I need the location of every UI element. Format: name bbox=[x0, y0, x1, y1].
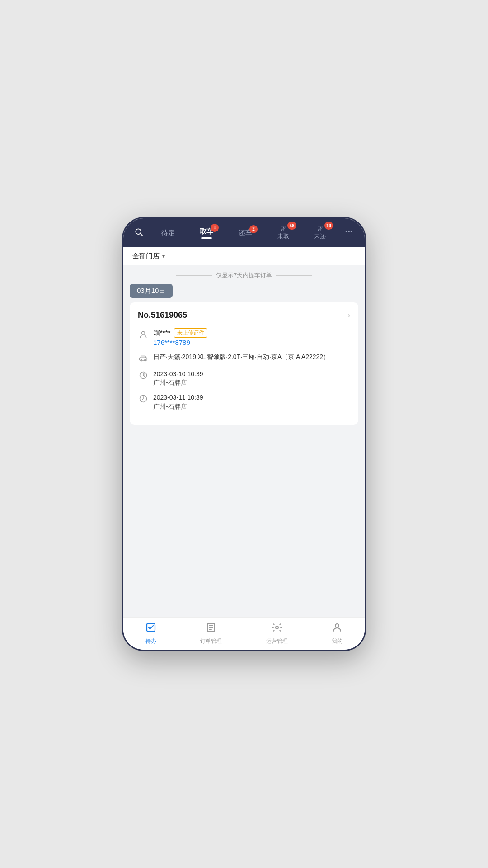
date-group: 03月10日 No.51619065 › bbox=[123, 284, 365, 431]
tab-overdue-pickup[interactable]: 58 超 未取 bbox=[274, 223, 293, 242]
car-info: 日产·天籁·2019·XL 智领版·2.0T·三厢·自动·京A（京 A A222… bbox=[153, 352, 350, 362]
tab-return[interactable]: 2 还车 bbox=[235, 227, 256, 239]
pickup-location: 广州-石牌店 bbox=[153, 379, 350, 387]
order-card-header: No.51619065 › bbox=[138, 311, 350, 320]
tab-pickup[interactable]: 1 取车 bbox=[196, 226, 217, 241]
content-area: 全部门店 ▾ 仅显示7天内提车订单 03月10日 No.51619065 › bbox=[123, 247, 365, 617]
svg-line-1 bbox=[141, 233, 143, 236]
customer-info: 霜**** 未上传证件 176****8789 bbox=[153, 328, 350, 346]
order-number: No.51619065 bbox=[138, 311, 187, 320]
svg-point-2 bbox=[348, 231, 349, 232]
notice-bar: 仅显示7天内提车订单 bbox=[123, 265, 365, 284]
date-badge: 03月10日 bbox=[130, 284, 173, 298]
me-icon bbox=[332, 622, 343, 636]
car-detail: 日产·天籁·2019·XL 智领版·2.0T·三厢·自动·京A（京 A A222… bbox=[153, 353, 329, 360]
me-label: 我的 bbox=[332, 637, 343, 645]
order-arrow-icon: › bbox=[348, 311, 350, 320]
tab-order-management[interactable]: 订单管理 bbox=[193, 619, 229, 648]
overdue-return-badge: 19 bbox=[324, 222, 333, 230]
tab-me[interactable]: 我的 bbox=[324, 619, 350, 648]
tab-pending[interactable]: 待定 bbox=[158, 227, 178, 239]
customer-phone[interactable]: 176****8789 bbox=[153, 339, 350, 346]
notice-text: 仅显示7天内提车订单 bbox=[216, 271, 272, 279]
todo-label: 待办 bbox=[145, 637, 156, 645]
customer-name: 霜**** bbox=[153, 329, 170, 337]
unverified-tag: 未上传证件 bbox=[174, 328, 207, 338]
bottom-tab-bar: 待办 订单管理 运营管理 bbox=[123, 617, 365, 650]
overdue-pickup-badge: 58 bbox=[287, 222, 296, 230]
todo-icon bbox=[145, 622, 156, 636]
return-badge: 2 bbox=[249, 225, 258, 233]
orders-label: 订单管理 bbox=[200, 637, 222, 645]
pickup-info: 2023-03-10 10:39 广州-石牌店 bbox=[153, 369, 350, 387]
car-row: 日产·天籁·2019·XL 智领版·2.0T·三厢·自动·京A（京 A A222… bbox=[138, 352, 350, 363]
pickup-badge: 1 bbox=[211, 224, 219, 232]
tab-operations[interactable]: 运营管理 bbox=[259, 619, 295, 648]
return-time: 2023-03-11 10:39 bbox=[153, 392, 350, 402]
svg-point-17 bbox=[276, 626, 278, 629]
person-icon bbox=[138, 329, 149, 340]
return-location: 广州-石牌店 bbox=[153, 403, 350, 411]
svg-point-3 bbox=[346, 231, 347, 232]
notice-line-right bbox=[276, 275, 312, 276]
svg-point-18 bbox=[335, 624, 339, 627]
order-card[interactable]: No.51619065 › 霜**** 未上传证件 bbox=[130, 302, 358, 425]
pickup-row: 提 2023-03-10 10:39 广州-石牌店 bbox=[138, 369, 350, 387]
tab-overdue-return[interactable]: 19 超 未还 bbox=[310, 223, 329, 242]
search-icon[interactable] bbox=[131, 224, 147, 242]
ops-icon bbox=[272, 622, 282, 636]
orders-icon bbox=[206, 622, 216, 636]
pickup-time: 2023-03-10 10:39 bbox=[153, 369, 350, 379]
return-row: 2023-03-11 10:39 广州-石牌店 bbox=[138, 392, 350, 410]
customer-name-row: 霜**** 未上传证件 bbox=[153, 328, 350, 338]
pickup-icon: 提 bbox=[138, 370, 149, 381]
phone-frame: 待定 1 取车 2 还车 58 超 未取 19 bbox=[122, 217, 366, 651]
svg-point-4 bbox=[351, 231, 352, 232]
filter-bar[interactable]: 全部门店 ▾ bbox=[123, 247, 365, 265]
tab-todo[interactable]: 待办 bbox=[138, 619, 164, 648]
filter-label: 全部门店 bbox=[132, 252, 160, 260]
notice-line-left bbox=[176, 275, 212, 276]
message-icon[interactable] bbox=[340, 223, 357, 243]
filter-arrow: ▾ bbox=[162, 253, 165, 259]
ops-label: 运营管理 bbox=[266, 637, 288, 645]
top-nav: 待定 1 取车 2 还车 58 超 未取 19 bbox=[123, 218, 365, 247]
svg-text:提: 提 bbox=[142, 373, 145, 376]
return-icon bbox=[138, 393, 149, 404]
return-info: 2023-03-11 10:39 广州-石牌店 bbox=[153, 392, 350, 410]
customer-row: 霜**** 未上传证件 176****8789 bbox=[138, 328, 350, 346]
svg-point-5 bbox=[142, 331, 145, 335]
nav-tabs: 待定 1 取车 2 还车 58 超 未取 19 bbox=[149, 223, 338, 242]
car-icon bbox=[138, 353, 149, 363]
